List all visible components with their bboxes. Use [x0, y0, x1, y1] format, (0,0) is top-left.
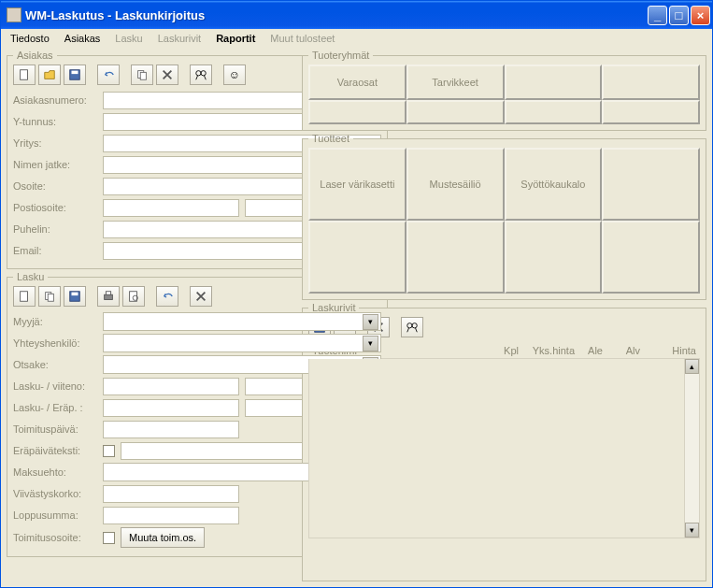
tuoteryhma-button[interactable] — [406, 100, 505, 124]
input-postinumero[interactable] — [103, 199, 239, 217]
label-toimituspaiva: Toimituspäivä: — [13, 423, 103, 435]
menu-asiakas[interactable]: Asiakas — [59, 31, 107, 46]
svg-point-19 — [412, 323, 417, 328]
label-nimenjatke: Nimen jatke: — [13, 159, 103, 170]
app-icon — [7, 7, 21, 22]
svg-point-6 — [201, 71, 206, 76]
menubar: Tiedosto Asiakas Lasku Laskurivit Raport… — [1, 29, 712, 48]
tuoteryhmat-group: Tuoteryhmät Varaosat Tarvikkeet — [302, 50, 706, 131]
lasku-new-button[interactable] — [13, 286, 36, 307]
label-myyja: Myyjä: — [13, 316, 103, 327]
lasku-copy-button[interactable] — [38, 286, 61, 307]
lasku-legend: Lasku — [13, 271, 48, 282]
check-erapaivateksti[interactable] — [103, 445, 115, 457]
svg-point-5 — [196, 71, 201, 76]
scroll-up-icon[interactable]: ▴ — [685, 359, 699, 374]
label-erapaivateksti: Eräpäiväteksti: — [13, 445, 103, 456]
svg-rect-13 — [106, 292, 110, 295]
svg-rect-11 — [72, 293, 78, 296]
label-loppusumma: Loppusumma: — [13, 509, 103, 521]
laskurivit-list[interactable]: ▴ ▾ — [308, 359, 700, 538]
label-yhteyshenkilo: Yhteyshenkilö: — [13, 337, 103, 349]
label-asiakasnumero: Asiakasnumero: — [13, 94, 103, 106]
copy-button[interactable] — [131, 65, 153, 85]
input-viivastyskorko[interactable] — [103, 485, 239, 503]
lasku-delete-button[interactable] — [190, 286, 212, 307]
menu-laskurivit[interactable]: Laskurivit — [152, 31, 207, 46]
input-toimituspaiva[interactable] — [103, 421, 239, 438]
find-button[interactable] — [190, 65, 212, 85]
lasku-preview-button[interactable] — [122, 286, 145, 307]
tuote-button[interactable] — [505, 221, 603, 294]
tuoteryhma-button[interactable]: Tarvikkeet — [406, 65, 505, 100]
maximize-button[interactable]: □ — [669, 6, 689, 25]
menu-lasku[interactable]: Lasku — [109, 31, 148, 46]
svg-rect-4 — [140, 72, 146, 79]
tuoteryhma-button[interactable] — [308, 100, 406, 124]
new-button[interactable] — [13, 65, 36, 85]
help-button[interactable]: ☺ — [223, 65, 246, 85]
app-window: WM-Laskutus - Laskunkirjoitus _ □ × Tied… — [0, 0, 713, 588]
tuote-button[interactable]: Syöttökaukalo — [505, 148, 603, 221]
tuoteryhma-button[interactable] — [505, 100, 603, 124]
tuotteet-legend: Tuotteet — [308, 133, 353, 144]
undo-button[interactable] — [97, 65, 120, 85]
label-maksuehto: Maksuehto: — [13, 466, 103, 478]
svg-rect-7 — [21, 292, 28, 302]
tuote-button[interactable] — [308, 221, 406, 294]
scrollbar[interactable]: ▴ ▾ — [684, 359, 699, 538]
save-button[interactable] — [64, 65, 86, 85]
svg-rect-2 — [72, 71, 78, 75]
content: Asiakas ☺ Asiakasnumero: Y-tunnus: — [1, 48, 712, 587]
col-kpl: Kpl — [481, 345, 519, 356]
col-ykshinta: Yks.hinta — [519, 345, 575, 356]
close-button[interactable]: × — [691, 6, 710, 25]
select-yhteyshenkilo[interactable] — [103, 334, 381, 352]
minimize-button[interactable]: _ — [648, 6, 667, 25]
label-otsake: Otsake: — [13, 359, 103, 370]
delete-button[interactable] — [156, 65, 178, 85]
rivit-find-button[interactable] — [401, 317, 423, 337]
col-ale: Ale — [575, 345, 603, 356]
label-viivastyskorko: Viivästyskorko: — [13, 488, 103, 499]
menu-tiedosto[interactable]: Tiedosto — [5, 31, 55, 46]
tuoteryhma-button[interactable] — [602, 65, 700, 100]
svg-rect-9 — [48, 294, 53, 301]
tuotteet-group: Tuotteet Laser värikasetti Mustesäiliö S… — [302, 133, 706, 300]
menu-muut[interactable]: Muut tulosteet — [264, 31, 340, 46]
label-toimitusosoite: Toimitusosoite: — [13, 532, 103, 543]
col-alv: Alv — [603, 345, 640, 356]
tuote-button[interactable]: Laser värikasetti — [308, 148, 406, 221]
label-email: Email: — [13, 245, 103, 256]
button-muuta-toimos[interactable]: Muuta toim.os. — [121, 527, 205, 548]
check-toimitusosoite[interactable] — [103, 532, 115, 544]
tuote-button[interactable] — [602, 221, 700, 294]
label-postiosoite: Postiosoite: — [13, 202, 103, 213]
lasku-save-button[interactable] — [64, 286, 86, 307]
tuote-button[interactable]: Mustesäiliö — [406, 148, 505, 221]
svg-point-18 — [407, 323, 412, 328]
tuoteryhma-button[interactable]: Varaosat — [308, 65, 406, 100]
lasku-print-button[interactable] — [97, 286, 120, 307]
lasku-undo-button[interactable] — [156, 286, 178, 307]
label-laskuerap: Lasku- / Eräp. : — [13, 402, 103, 413]
input-laskuno[interactable] — [103, 378, 239, 395]
select-myyja[interactable] — [103, 312, 381, 331]
window-title: WM-Laskutus - Laskunkirjoitus — [25, 8, 648, 22]
tuoteryhma-button[interactable] — [602, 100, 700, 124]
open-button[interactable] — [38, 65, 61, 85]
input-loppusumma[interactable] — [103, 507, 239, 524]
col-hinta: Hinta — [640, 345, 696, 356]
tuote-button[interactable] — [406, 221, 505, 294]
label-osoite: Osoite: — [13, 180, 103, 192]
tuote-button[interactable] — [602, 148, 700, 221]
svg-rect-12 — [105, 294, 113, 299]
menu-raportit[interactable]: Raportit — [210, 31, 261, 46]
svg-rect-0 — [21, 70, 28, 80]
input-laskupvm[interactable] — [103, 399, 239, 417]
tuoteryhma-button[interactable] — [505, 65, 603, 100]
label-puhelin: Puhelin: — [13, 223, 103, 235]
scroll-down-icon[interactable]: ▾ — [685, 523, 699, 538]
asiakas-legend: Asiakas — [13, 50, 57, 61]
label-ytunnus: Y-tunnus: — [13, 116, 103, 127]
